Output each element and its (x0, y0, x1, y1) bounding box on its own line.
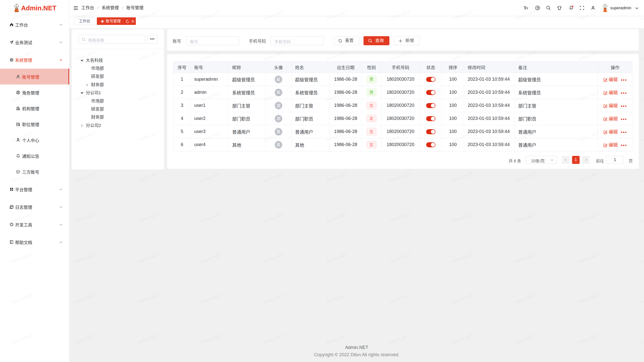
svg-text:T: T (526, 7, 528, 10)
svg-text:中: 中 (537, 6, 539, 10)
